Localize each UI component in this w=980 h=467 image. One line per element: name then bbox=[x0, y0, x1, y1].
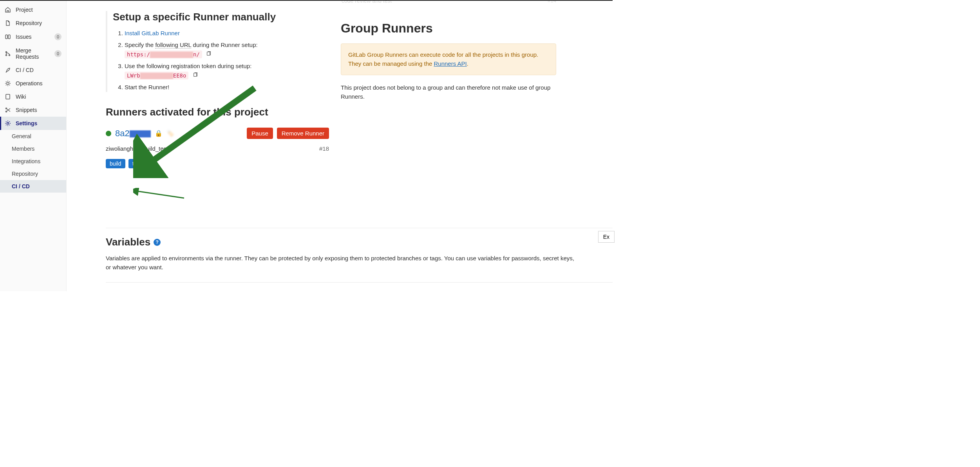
operations-icon bbox=[5, 80, 11, 87]
sidebar-item-cicd[interactable]: CI / CD bbox=[0, 63, 66, 77]
runner-row: 8a2 🔒 🏷️ Pause Remove Runner bbox=[106, 128, 329, 139]
sidebar-item-operations[interactable]: Operations bbox=[0, 77, 66, 90]
sidebar-item-wiki[interactable]: Wiki bbox=[0, 90, 66, 103]
runner-tags: build test bbox=[106, 159, 329, 168]
lock-icon: 🔒 bbox=[155, 130, 163, 137]
count-badge: 0 bbox=[54, 33, 61, 40]
tag-icon: 🏷️ bbox=[166, 130, 174, 137]
sidebar-subitem-cicd[interactable]: CI / CD bbox=[0, 180, 66, 193]
runners-api-link[interactable]: Runners API bbox=[434, 60, 466, 67]
remove-runner-button[interactable]: Remove Runner bbox=[277, 128, 329, 139]
svg-point-3 bbox=[6, 55, 7, 56]
group-runners-info: GitLab Group Runners can execute code fo… bbox=[341, 43, 556, 75]
status-dot-online bbox=[106, 131, 111, 136]
group-runners-title: Group Runners bbox=[341, 21, 556, 36]
svg-rect-6 bbox=[6, 94, 10, 99]
sidebar-item-label: Wiki bbox=[16, 94, 61, 100]
setup-step-3: Use the following registration token dur… bbox=[125, 61, 329, 80]
sidebar-subitem-general[interactable]: General bbox=[0, 130, 66, 142]
pipeline-triggers-title: Pipeline triggers bbox=[106, 290, 613, 292]
variables-description: Variables are applied to environments vi… bbox=[106, 254, 576, 272]
sidebar-item-label: Merge Requests bbox=[16, 47, 50, 60]
merge-icon bbox=[5, 50, 11, 57]
divider bbox=[106, 228, 613, 228]
file-icon bbox=[5, 20, 11, 26]
scissors-icon bbox=[5, 107, 11, 113]
setup-runner-block: Setup a specific Runner manually Install… bbox=[106, 11, 329, 92]
setup-steps-list: Install GitLab Runner Specify the follow… bbox=[113, 29, 329, 92]
count-badge: 0 bbox=[54, 50, 61, 57]
help-icon[interactable]: ? bbox=[154, 239, 161, 246]
svg-point-5 bbox=[7, 82, 9, 85]
setup-step-4: Start the Runner! bbox=[125, 83, 329, 92]
svg-rect-11 bbox=[193, 73, 196, 77]
activated-runners-title: Runners activated for this project bbox=[106, 106, 329, 118]
rocket-icon bbox=[5, 67, 11, 73]
sidebar: Project Repository Issues 0 Merge Reques… bbox=[0, 0, 67, 291]
runner-tag: test bbox=[128, 159, 145, 168]
sidebar-item-project[interactable]: Project bbox=[0, 3, 66, 16]
svg-rect-1 bbox=[8, 35, 10, 39]
sidebar-item-label: Issues bbox=[16, 34, 50, 40]
divider bbox=[106, 282, 613, 283]
copy-icon[interactable] bbox=[193, 71, 198, 80]
sidebar-subitem-repository[interactable]: Repository bbox=[0, 168, 66, 180]
runner-description: ziwolianghua_build_test #18 bbox=[106, 145, 329, 152]
runner-tag: build bbox=[106, 159, 125, 168]
sidebar-item-repository[interactable]: Repository bbox=[0, 16, 66, 30]
install-runner-link[interactable]: Install GitLab Runner bbox=[125, 30, 180, 36]
svg-point-4 bbox=[9, 55, 10, 56]
sidebar-item-label: Project bbox=[16, 7, 61, 13]
sidebar-item-merge-requests[interactable]: Merge Requests 0 bbox=[0, 44, 66, 63]
group-runners-description: This project does not belong to a group … bbox=[341, 83, 556, 101]
setup-token-code: LWrbEE8o bbox=[125, 72, 188, 79]
runner-id-link[interactable]: 8a2 bbox=[115, 128, 151, 139]
setup-step-2: Specify the following URL during the Run… bbox=[125, 40, 329, 59]
gear-icon bbox=[5, 120, 11, 126]
expand-button[interactable]: Ex bbox=[598, 231, 613, 243]
issues-icon bbox=[5, 34, 11, 40]
setup-step-1: Install GitLab Runner bbox=[125, 29, 329, 38]
svg-rect-10 bbox=[207, 52, 210, 56]
main-content: Setup a specific Runner manually Install… bbox=[67, 0, 613, 291]
variables-title: Variables ? bbox=[106, 236, 613, 248]
pause-button[interactable]: Pause bbox=[247, 128, 273, 139]
sidebar-subitem-integrations[interactable]: Integrations bbox=[0, 155, 66, 168]
sidebar-item-settings[interactable]: Settings bbox=[0, 117, 66, 130]
sidebar-item-label: Settings bbox=[16, 120, 61, 126]
sidebar-item-snippets[interactable]: Snippets bbox=[0, 103, 66, 117]
runner-number: #18 bbox=[319, 145, 329, 152]
sidebar-item-label: Operations bbox=[16, 80, 61, 87]
setup-url-code: https:/n/ bbox=[125, 50, 202, 58]
svg-point-9 bbox=[7, 123, 9, 124]
sidebar-item-issues[interactable]: Issues 0 bbox=[0, 30, 66, 44]
svg-point-2 bbox=[6, 52, 7, 53]
svg-rect-0 bbox=[5, 35, 7, 39]
sidebar-subitem-members[interactable]: Members bbox=[0, 142, 66, 155]
setup-title: Setup a specific Runner manually bbox=[113, 11, 329, 23]
sidebar-item-label: Repository bbox=[16, 20, 61, 26]
book-icon bbox=[5, 94, 11, 100]
copy-icon[interactable] bbox=[206, 50, 212, 59]
sidebar-item-label: CI / CD bbox=[16, 67, 61, 73]
home-icon bbox=[5, 7, 11, 13]
sidebar-item-label: Snippets bbox=[16, 107, 61, 113]
